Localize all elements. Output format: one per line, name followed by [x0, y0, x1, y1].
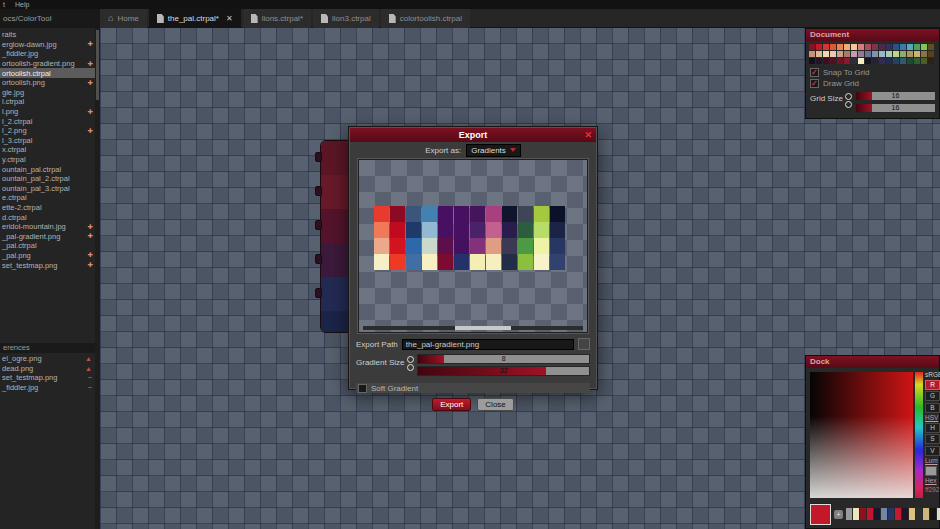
add-icon[interactable]: ✚ [88, 40, 95, 48]
palette-object-segment[interactable] [321, 175, 348, 209]
channel-h-button[interactable]: H [925, 423, 940, 433]
file-item[interactable]: e.ctrpal [0, 193, 95, 203]
palette-swatch[interactable] [886, 58, 892, 64]
palette-swatch[interactable] [928, 44, 934, 50]
palette-swatch[interactable] [837, 44, 843, 50]
palette-swatch[interactable] [858, 51, 864, 57]
add-icon[interactable]: ✚ [88, 79, 95, 87]
palette-object-segment[interactable] [321, 209, 348, 243]
palette-swatch[interactable] [914, 44, 920, 50]
palette-swatch[interactable] [844, 58, 850, 64]
palette-swatch[interactable] [844, 51, 850, 57]
sidebar-scrollbar-thumb[interactable] [96, 30, 99, 100]
palette-swatch[interactable] [872, 51, 878, 57]
palette-swatch[interactable] [809, 58, 815, 64]
palette-swatch[interactable] [914, 51, 920, 57]
file-item[interactable]: l_3.ctrpal [0, 136, 95, 146]
add-icon[interactable]: ✚ [88, 251, 95, 259]
palette-object-segment[interactable] [321, 277, 348, 311]
file-item[interactable]: _pal-gradient.png✚ [0, 231, 95, 241]
palette-object-nub[interactable] [315, 152, 322, 162]
reference-item[interactable]: dead.png▲ [0, 364, 95, 374]
channel-r-button[interactable]: R [925, 380, 940, 390]
palette-swatch[interactable] [886, 51, 892, 57]
dock-swatch[interactable] [881, 508, 887, 520]
palette-swatch[interactable] [928, 51, 934, 57]
hue-bar[interactable] [915, 372, 923, 498]
channel-v-button[interactable]: V [925, 446, 940, 456]
palette-swatch[interactable] [900, 44, 906, 50]
dock-swatch[interactable] [902, 508, 908, 520]
reference-item[interactable]: el_ogre.png▲ [0, 354, 95, 364]
dock-swatch[interactable] [874, 508, 880, 520]
close-button[interactable]: Close [477, 398, 513, 411]
file-item[interactable]: ountain_pal_2.ctrpal [0, 174, 95, 184]
file-item[interactable]: _pal.ctrpal [0, 241, 95, 251]
tab-home[interactable]: ⌂Home [100, 9, 147, 28]
current-color-swatch[interactable] [810, 504, 831, 525]
chain-link-icon[interactable] [845, 91, 852, 108]
file-item[interactable]: raits [0, 30, 95, 40]
dock-swatch[interactable] [860, 508, 866, 520]
palette-swatch[interactable] [858, 44, 864, 50]
file-item[interactable]: eridol-mountain.jpg✚ [0, 222, 95, 232]
dock-swatch[interactable] [930, 508, 936, 520]
menu-item[interactable]: t [3, 0, 5, 9]
dock-swatch[interactable] [909, 508, 915, 520]
palette-swatch[interactable] [830, 51, 836, 57]
palette-swatch[interactable] [879, 51, 885, 57]
dock-swatch[interactable] [888, 508, 894, 520]
file-item[interactable]: y.ctrpal [0, 155, 95, 165]
file-item[interactable]: ette-2.ctrpal [0, 203, 95, 213]
tab-close-icon[interactable]: ✕ [226, 14, 233, 23]
palette-object-nub[interactable] [315, 288, 322, 298]
palette-swatch[interactable] [830, 44, 836, 50]
file-item[interactable]: d.ctrpal [0, 212, 95, 222]
palette-swatch[interactable] [851, 44, 857, 50]
dialog-titlebar[interactable]: Export ✕ [350, 128, 596, 142]
palette-swatch[interactable] [921, 51, 927, 57]
palette-swatch[interactable] [823, 51, 829, 57]
file-item[interactable]: ountain_pal.ctrpal [0, 164, 95, 174]
dock-swatch[interactable] [846, 508, 852, 520]
dock-swatch[interactable] [867, 508, 873, 520]
hsv-link[interactable]: HSV [925, 414, 940, 421]
palette-object[interactable] [320, 140, 349, 333]
document-panel-header[interactable]: Document [806, 29, 939, 41]
add-icon[interactable]: ✚ [88, 223, 95, 231]
palette-swatch[interactable] [816, 44, 822, 50]
file-item[interactable]: l_2.png✚ [0, 126, 95, 136]
browse-button[interactable] [578, 338, 590, 350]
add-icon[interactable]: ✚ [88, 232, 95, 240]
palette-swatch[interactable] [900, 58, 906, 64]
tab-the-pal-ctrpal[interactable]: the_pal.ctrpal*✕ [149, 9, 241, 28]
export-as-dropdown[interactable]: Gradients [466, 144, 521, 157]
palette-swatch[interactable] [844, 44, 850, 50]
palette-swatch[interactable] [823, 44, 829, 50]
add-icon[interactable]: ✚ [88, 60, 95, 68]
file-item[interactable]: _fiddler.jpg [0, 49, 95, 59]
palette-swatch[interactable] [837, 51, 843, 57]
file-item[interactable]: x.ctrpal [0, 145, 95, 155]
file-item[interactable]: l_2.ctrpal [0, 116, 95, 126]
menu-item-help[interactable]: Help [15, 0, 29, 9]
sidebar-scrollbar[interactable] [95, 28, 100, 529]
lum-link[interactable]: Lum [925, 457, 940, 464]
palette-swatch[interactable] [879, 58, 885, 64]
palette-object-segment[interactable] [321, 141, 348, 175]
palette-swatch[interactable] [865, 44, 871, 50]
palette-swatch[interactable] [865, 51, 871, 57]
palette-swatch[interactable] [816, 51, 822, 57]
palette-swatch[interactable] [851, 51, 857, 57]
palette-object-nub[interactable] [315, 220, 322, 230]
file-item[interactable]: l.png✚ [0, 107, 95, 117]
tab-lions-ctrpal[interactable]: lions.ctrpal* [243, 9, 311, 28]
file-item[interactable]: ortoolish.png✚ [0, 78, 95, 88]
file-item[interactable]: ortoolish.ctrpal [0, 68, 95, 78]
gradient-width-slider[interactable]: 8 [417, 354, 590, 364]
palette-swatch[interactable] [837, 58, 843, 64]
close-icon[interactable]: ✕ [584, 128, 592, 142]
tab-colortoolish-ctrpal[interactable]: colortoolish.ctrpal [381, 9, 470, 28]
grid-size-y-slider[interactable]: 16 [855, 103, 936, 113]
palette-swatch[interactable] [851, 58, 857, 64]
